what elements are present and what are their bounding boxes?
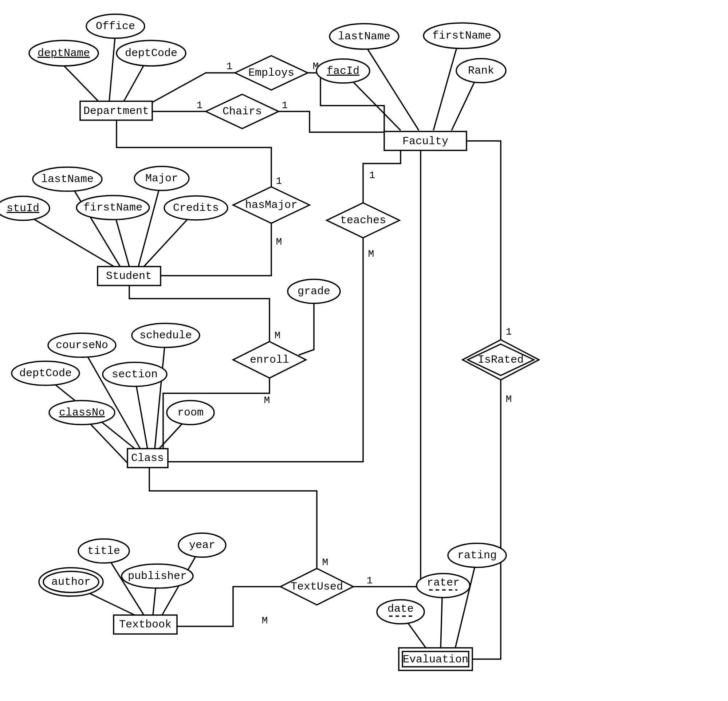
svg-text:year: year: [189, 539, 215, 551]
svg-text:firstName: firstName: [84, 201, 142, 214]
edge-israted-eval: [472, 380, 501, 659]
svg-text:firstName: firstName: [432, 29, 491, 42]
attr-fac-rank: Rank: [456, 59, 506, 83]
attr-text-title: title: [78, 539, 129, 563]
entity-student: Student: [98, 267, 160, 286]
attr-class-room: room: [167, 400, 214, 425]
entity-faculty: Faculty: [384, 132, 467, 150]
svg-text:Major: Major: [145, 172, 178, 185]
svg-text:deptName: deptName: [38, 47, 90, 59]
card-teaches-class: M: [368, 249, 374, 260]
card-chairs-fac: 1: [282, 100, 288, 111]
attr-stu-credits: Credits: [164, 196, 228, 220]
svg-text:deptCode: deptCode: [125, 47, 177, 59]
edge-fac-facId: [346, 75, 401, 130]
rel-employs: Employs: [235, 56, 308, 90]
card-employs-dept: 1: [227, 61, 233, 72]
card-teaches-fac: 1: [369, 170, 376, 181]
attr-stu-major: Major: [134, 166, 189, 191]
rel-hasmajor: hasMajor: [233, 187, 309, 223]
attr-stu-firstName: firstName: [77, 195, 149, 220]
svg-text:Employs: Employs: [248, 66, 294, 79]
attr-dept-deptName: deptName: [29, 40, 98, 66]
svg-text:date: date: [387, 603, 414, 615]
svg-text:Chairs: Chairs: [222, 105, 262, 118]
edge-eval-rating: [455, 557, 477, 648]
edge-textused-class: [149, 467, 317, 568]
card-enroll-stu: M: [274, 330, 281, 341]
attr-dept-office: Office: [86, 14, 144, 38]
svg-text:Textbook: Textbook: [119, 618, 172, 631]
svg-text:schedule: schedule: [140, 329, 192, 341]
svg-text:Student: Student: [106, 270, 152, 282]
card-israted-eval: M: [506, 394, 512, 405]
attr-class-classNo: classNo: [49, 400, 115, 425]
edge-teaches-fac: [363, 150, 401, 203]
svg-text:facId: facId: [326, 65, 360, 77]
svg-text:rater: rater: [427, 577, 459, 589]
svg-text:publisher: publisher: [128, 570, 187, 582]
card-hasmajor-dept: 1: [276, 175, 282, 187]
edge-fac-firstName: [433, 40, 459, 130]
svg-text:title: title: [87, 545, 120, 557]
svg-text:hasMajor: hasMajor: [245, 199, 298, 211]
svg-text:rating: rating: [457, 549, 497, 562]
edge-dept-office: [109, 36, 115, 101]
attr-text-year: year: [178, 533, 226, 557]
svg-text:classNo: classNo: [59, 406, 105, 419]
er-diagram: 1 M 1 1 1 M 1 M M M M M 1 1 M Employs Ch…: [0, 0, 728, 701]
svg-text:teaches: teaches: [340, 214, 386, 227]
attr-dept-deptCode: deptCode: [117, 40, 186, 66]
entity-evaluation: Evaluation: [399, 648, 472, 671]
attr-fac-facId: facId: [316, 59, 370, 83]
card-hasmajor-stu: M: [276, 236, 282, 248]
entity-class: Class: [127, 449, 168, 468]
attr-text-publisher: publisher: [121, 564, 193, 588]
svg-text:room: room: [177, 406, 204, 419]
attr-text-author: author: [39, 568, 103, 596]
rel-enroll: enroll: [233, 341, 306, 378]
svg-text:courseNo: courseNo: [56, 339, 108, 351]
attr-fac-firstName: firstName: [423, 23, 500, 48]
edge-class-section: [135, 377, 147, 449]
attr-stu-lastName: lastName: [33, 167, 102, 191]
svg-text:enroll: enroll: [250, 354, 289, 366]
edge-chairs-fac: [279, 111, 384, 132]
entity-department: Department: [80, 101, 152, 120]
attr-class-deptCode: deptCode: [12, 361, 79, 385]
edge-dept-deptName: [64, 65, 98, 101]
card-textused-text: M: [262, 615, 268, 626]
card-textused-fac: 1: [367, 575, 373, 586]
attr-eval-rater: rater: [417, 574, 470, 598]
svg-text:Rank: Rank: [468, 65, 494, 77]
svg-text:lastName: lastName: [338, 30, 390, 43]
attr-eval-rating: rating: [448, 543, 506, 567]
svg-text:Evaluation: Evaluation: [403, 653, 468, 666]
edge-fac-rank: [452, 77, 477, 130]
svg-text:TextUsed: TextUsed: [290, 581, 343, 593]
svg-text:Faculty: Faculty: [402, 135, 448, 147]
rel-textused: TextUsed: [280, 568, 353, 605]
edge-fac-lastName: [364, 44, 419, 130]
svg-text:grade: grade: [298, 285, 330, 298]
attr-class-section: section: [103, 362, 167, 386]
edge-stu-major: [139, 179, 162, 267]
edge-stu-stuId: [23, 212, 114, 267]
svg-text:IsRated: IsRated: [478, 354, 524, 366]
attr-class-courseNo: courseNo: [48, 333, 116, 357]
svg-text:lastName: lastName: [41, 173, 94, 185]
edge-stu-lastName: [67, 179, 120, 267]
edge-enroll-grade: [299, 296, 314, 355]
attr-stu-stuId: stuId: [0, 196, 49, 220]
svg-text:section: section: [112, 368, 158, 380]
edge-israted-fac: [466, 141, 501, 340]
card-israted-fac: 1: [506, 326, 512, 338]
rel-chairs: Chairs: [206, 94, 279, 129]
edge-dept-deptCode: [124, 62, 146, 101]
svg-text:stuId: stuId: [7, 202, 39, 214]
svg-text:Credits: Credits: [173, 202, 219, 214]
card-chairs-dept: 1: [196, 100, 203, 111]
attr-eval-date: date: [377, 600, 424, 624]
svg-text:deptCode: deptCode: [19, 367, 72, 379]
attr-class-schedule: schedule: [132, 323, 199, 347]
